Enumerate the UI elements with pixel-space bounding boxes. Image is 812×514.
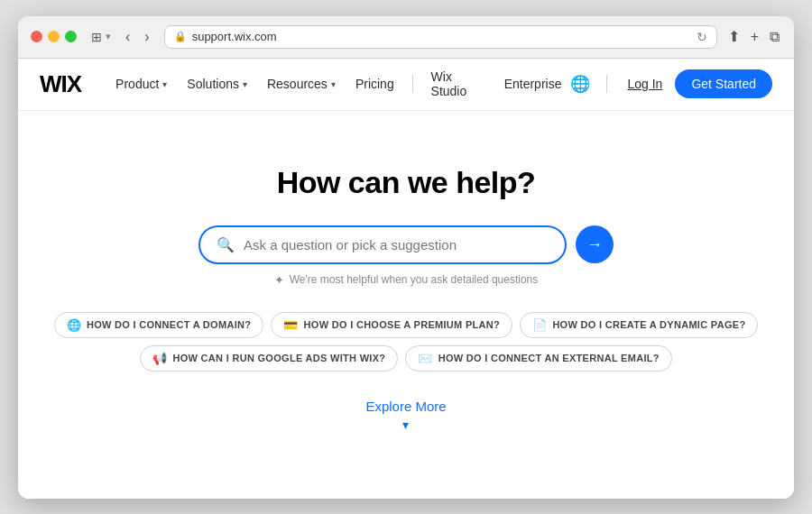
explore-more-section: Explore More ▾	[365, 372, 446, 450]
tab-overview-button[interactable]: ⧉	[768, 26, 781, 47]
chip-external-email[interactable]: ✉️ HOW DO I CONNECT AN EXTERNAL EMAIL?	[405, 345, 671, 372]
chip-premium-plan[interactable]: 💳 HOW DO I CHOOSE A PREMIUM PLAN?	[271, 312, 512, 338]
nav-right: 🌐 Log In Get Started	[570, 69, 772, 98]
forward-button[interactable]: ›	[139, 27, 154, 47]
search-hint: ✦ We're most helpful when you ask detail…	[274, 273, 539, 287]
get-started-button[interactable]: Get Started	[675, 69, 772, 98]
address-bar[interactable]: 🔒 support.wix.com ↻	[164, 25, 717, 49]
chip-google-ads[interactable]: 📢 HOW CAN I RUN GOOGLE ADS WITH WIX?	[140, 345, 398, 372]
search-icon: 🔍	[217, 236, 235, 253]
explore-chevron-icon: ▾	[402, 418, 409, 432]
nav-item-wix-studio[interactable]: Wix Studio	[422, 58, 494, 110]
lock-icon: 🔒	[174, 31, 187, 42]
ads-icon: 📢	[152, 352, 167, 365]
hero-section: How can we help? 🔍 → ✦ We're most helpfu…	[18, 111, 794, 499]
nav-item-enterprise[interactable]: Enterprise	[495, 58, 571, 110]
nav-links: Product ▾ Solutions ▾ Resources ▾ Pricin…	[106, 58, 570, 110]
back-button[interactable]: ‹	[120, 27, 135, 47]
chevron-down-icon: ▾	[331, 79, 336, 89]
explore-more-link[interactable]: Explore More ▾	[365, 399, 446, 432]
share-button[interactable]: ⬆	[726, 26, 742, 47]
browser-chrome: ⊞ ▾ ‹ › 🔒 support.wix.com ↻ ⬆ + ⧉	[18, 16, 794, 59]
language-button[interactable]: 🌐	[570, 74, 590, 94]
nav-divider-right	[606, 75, 607, 93]
nav-item-resources[interactable]: Resources ▾	[258, 58, 345, 110]
new-tab-button[interactable]: +	[749, 26, 761, 47]
refresh-button[interactable]: ↻	[697, 30, 707, 44]
search-submit-button[interactable]: →	[576, 225, 614, 263]
premium-icon: 💳	[283, 318, 298, 332]
nav-item-product[interactable]: Product ▾	[106, 58, 176, 110]
chevron-down-icon: ▾	[162, 79, 167, 89]
fullscreen-button[interactable]	[65, 31, 77, 42]
search-bar[interactable]: 🔍	[198, 225, 567, 264]
chevron-down-icon: ▾	[243, 79, 247, 89]
wix-logo[interactable]: WIX	[40, 70, 81, 98]
nav-item-pricing[interactable]: Pricing	[346, 58, 403, 110]
browser-window: ⊞ ▾ ‹ › 🔒 support.wix.com ↻ ⬆ + ⧉ WIX P	[18, 16, 794, 499]
chips-row-2: 📢 HOW CAN I RUN GOOGLE ADS WITH WIX? ✉️ …	[140, 345, 672, 372]
email-icon: ✉️	[418, 352, 432, 365]
domain-icon: 🌐	[67, 318, 81, 332]
traffic-lights	[31, 31, 77, 42]
nav-item-solutions[interactable]: Solutions ▾	[178, 58, 256, 110]
chip-dynamic-page[interactable]: 📄 HOW DO I CREATE A DYNAMIC PAGE?	[520, 312, 758, 338]
nav-divider	[412, 75, 413, 93]
chips-row-1: 🌐 HOW DO I CONNECT A DOMAIN? 💳 HOW DO I …	[54, 312, 759, 338]
search-input[interactable]	[244, 237, 549, 252]
login-button[interactable]: Log In	[623, 77, 666, 91]
chip-connect-domain[interactable]: 🌐 HOW DO I CONNECT A DOMAIN?	[54, 312, 264, 338]
hint-icon: ✦	[274, 273, 284, 287]
minimize-button[interactable]	[48, 31, 60, 42]
page-icon: 📄	[532, 318, 547, 332]
url-text: support.wix.com	[192, 30, 691, 43]
search-container: 🔍 →	[198, 225, 614, 264]
navbar: WIX Product ▾ Solutions ▾ Resources ▾ Pr…	[18, 59, 794, 111]
suggestion-chips: 🌐 HOW DO I CONNECT A DOMAIN? 💳 HOW DO I …	[54, 312, 759, 372]
close-button[interactable]	[31, 31, 42, 42]
sidebar-toggle[interactable]: ⊞ ▾	[91, 30, 111, 44]
hero-title: How can we help?	[277, 165, 536, 200]
